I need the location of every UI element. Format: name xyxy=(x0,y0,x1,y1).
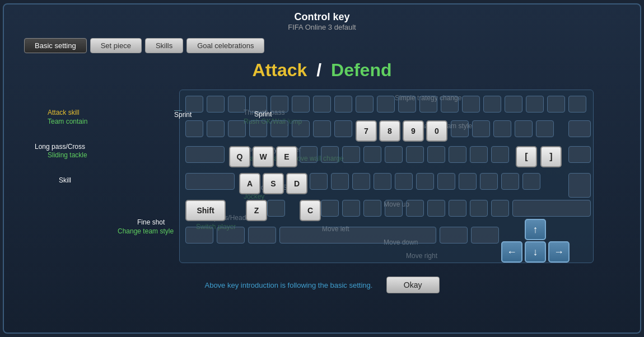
tab-basic-setting[interactable]: Basic setting xyxy=(24,38,87,53)
slash: / xyxy=(316,60,321,80)
key-9: 9 xyxy=(403,120,424,142)
arrow-left-key: ← xyxy=(501,241,522,263)
key-open-bracket: [ xyxy=(516,146,537,167)
key-s: S xyxy=(263,173,284,194)
keyboard-section: Attack skill Team contain Long pass/Cros… xyxy=(14,84,630,274)
key-0: 0 xyxy=(426,120,447,142)
sprint-connector xyxy=(174,110,182,111)
key-7: 7 xyxy=(356,120,377,142)
window-title: Control key xyxy=(4,11,640,23)
label-long-pass: Long pass/Cross xyxy=(35,143,85,151)
tab-bar: Basic setting Set piece Skills Goal cele… xyxy=(4,34,640,55)
footer: Above key introduction is following the … xyxy=(4,277,640,293)
key-c: C xyxy=(300,200,321,221)
keyboard-background: 7 8 9 0 Sprint Q W E xyxy=(179,90,594,263)
footer-note: Above key introduction is following the … xyxy=(204,281,372,289)
window-subtitle: FIFA Online 3 default xyxy=(4,23,640,31)
arrow-down-key: ↓ xyxy=(525,241,546,263)
tab-set-piece[interactable]: Set piece xyxy=(90,38,142,53)
key-a: A xyxy=(239,173,260,194)
key-8: 8 xyxy=(379,120,400,142)
mode-heading: Attack / Defend xyxy=(4,55,640,84)
label-team-contain: Team contain xyxy=(48,118,87,125)
tab-skills[interactable]: Skills xyxy=(145,38,183,53)
tab-goal-celebrations[interactable]: Goal celebrations xyxy=(186,38,264,53)
key-d: D xyxy=(286,173,307,194)
key-shift: Shift xyxy=(185,200,226,221)
arrow-up-key: ↑ xyxy=(525,219,546,240)
defend-label: Defend xyxy=(331,60,391,80)
arrow-right-key: → xyxy=(548,241,570,263)
key-q: Q xyxy=(229,146,250,167)
label-sprint-over-key: Sprint xyxy=(254,110,272,118)
label-sliding-tackle: Sliding tackle xyxy=(48,151,87,159)
key-z: Z xyxy=(246,200,267,221)
key-e: E xyxy=(276,146,297,167)
label-attack-skill: Attack skill xyxy=(48,109,80,116)
label-change-team-style-bottom: Change team style xyxy=(118,227,174,235)
sprint-label: Sprint xyxy=(174,111,192,119)
label-skill: Skill xyxy=(59,176,71,184)
attack-label: Attack xyxy=(253,60,307,80)
key-close-bracket: ] xyxy=(540,146,562,167)
label-fine-shot: Fine shot xyxy=(137,218,165,226)
key-w: W xyxy=(253,146,274,167)
okay-button[interactable]: Okay xyxy=(386,277,440,293)
